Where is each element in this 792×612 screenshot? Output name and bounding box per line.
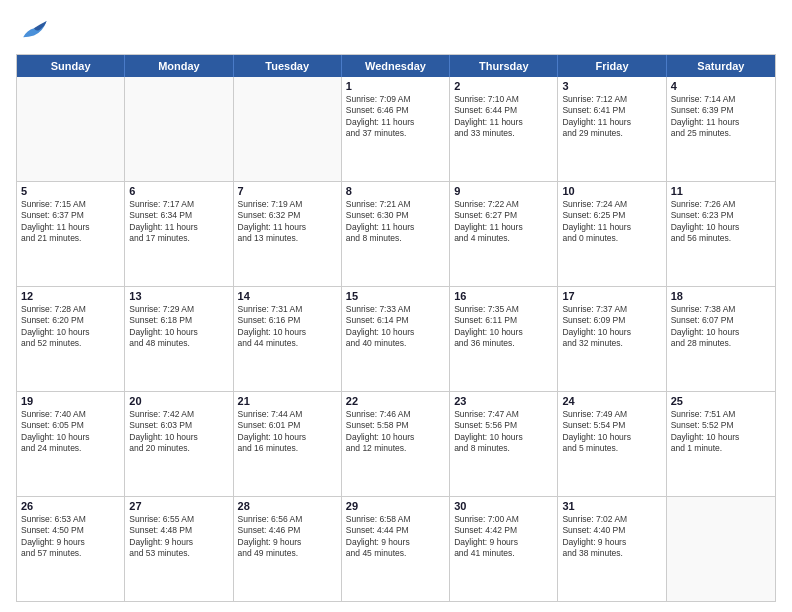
day-number: 15	[346, 290, 445, 302]
calendar-row-3: 19Sunrise: 7:40 AM Sunset: 6:05 PM Dayli…	[17, 391, 775, 496]
empty-cell-0-2	[234, 77, 342, 181]
day-cell-24: 24Sunrise: 7:49 AM Sunset: 5:54 PM Dayli…	[558, 392, 666, 496]
day-cell-31: 31Sunrise: 7:02 AM Sunset: 4:40 PM Dayli…	[558, 497, 666, 601]
calendar-row-4: 26Sunrise: 6:53 AM Sunset: 4:50 PM Dayli…	[17, 496, 775, 601]
day-number: 16	[454, 290, 553, 302]
weekday-header-thursday: Thursday	[450, 55, 558, 77]
day-cell-29: 29Sunrise: 6:58 AM Sunset: 4:44 PM Dayli…	[342, 497, 450, 601]
calendar-row-1: 5Sunrise: 7:15 AM Sunset: 6:37 PM Daylig…	[17, 181, 775, 286]
day-info: Sunrise: 7:35 AM Sunset: 6:11 PM Dayligh…	[454, 304, 553, 350]
day-number: 5	[21, 185, 120, 197]
logo	[16, 12, 56, 48]
day-info: Sunrise: 7:26 AM Sunset: 6:23 PM Dayligh…	[671, 199, 771, 245]
day-cell-26: 26Sunrise: 6:53 AM Sunset: 4:50 PM Dayli…	[17, 497, 125, 601]
day-info: Sunrise: 7:46 AM Sunset: 5:58 PM Dayligh…	[346, 409, 445, 455]
empty-cell-0-0	[17, 77, 125, 181]
page: SundayMondayTuesdayWednesdayThursdayFrid…	[0, 0, 792, 612]
day-cell-4: 4Sunrise: 7:14 AM Sunset: 6:39 PM Daylig…	[667, 77, 775, 181]
day-info: Sunrise: 7:31 AM Sunset: 6:16 PM Dayligh…	[238, 304, 337, 350]
day-cell-9: 9Sunrise: 7:22 AM Sunset: 6:27 PM Daylig…	[450, 182, 558, 286]
day-info: Sunrise: 7:29 AM Sunset: 6:18 PM Dayligh…	[129, 304, 228, 350]
day-cell-12: 12Sunrise: 7:28 AM Sunset: 6:20 PM Dayli…	[17, 287, 125, 391]
day-info: Sunrise: 6:56 AM Sunset: 4:46 PM Dayligh…	[238, 514, 337, 560]
day-number: 4	[671, 80, 771, 92]
day-cell-5: 5Sunrise: 7:15 AM Sunset: 6:37 PM Daylig…	[17, 182, 125, 286]
day-number: 10	[562, 185, 661, 197]
day-info: Sunrise: 7:10 AM Sunset: 6:44 PM Dayligh…	[454, 94, 553, 140]
day-cell-2: 2Sunrise: 7:10 AM Sunset: 6:44 PM Daylig…	[450, 77, 558, 181]
day-number: 23	[454, 395, 553, 407]
day-info: Sunrise: 7:09 AM Sunset: 6:46 PM Dayligh…	[346, 94, 445, 140]
day-number: 19	[21, 395, 120, 407]
day-number: 8	[346, 185, 445, 197]
day-info: Sunrise: 7:24 AM Sunset: 6:25 PM Dayligh…	[562, 199, 661, 245]
day-info: Sunrise: 7:38 AM Sunset: 6:07 PM Dayligh…	[671, 304, 771, 350]
day-number: 1	[346, 80, 445, 92]
weekday-header-monday: Monday	[125, 55, 233, 77]
day-number: 3	[562, 80, 661, 92]
weekday-header-saturday: Saturday	[667, 55, 775, 77]
day-info: Sunrise: 7:22 AM Sunset: 6:27 PM Dayligh…	[454, 199, 553, 245]
day-cell-3: 3Sunrise: 7:12 AM Sunset: 6:41 PM Daylig…	[558, 77, 666, 181]
day-info: Sunrise: 7:33 AM Sunset: 6:14 PM Dayligh…	[346, 304, 445, 350]
day-info: Sunrise: 7:14 AM Sunset: 6:39 PM Dayligh…	[671, 94, 771, 140]
day-cell-16: 16Sunrise: 7:35 AM Sunset: 6:11 PM Dayli…	[450, 287, 558, 391]
day-cell-19: 19Sunrise: 7:40 AM Sunset: 6:05 PM Dayli…	[17, 392, 125, 496]
day-info: Sunrise: 7:17 AM Sunset: 6:34 PM Dayligh…	[129, 199, 228, 245]
day-info: Sunrise: 7:44 AM Sunset: 6:01 PM Dayligh…	[238, 409, 337, 455]
day-cell-21: 21Sunrise: 7:44 AM Sunset: 6:01 PM Dayli…	[234, 392, 342, 496]
day-number: 7	[238, 185, 337, 197]
day-info: Sunrise: 7:51 AM Sunset: 5:52 PM Dayligh…	[671, 409, 771, 455]
day-info: Sunrise: 7:28 AM Sunset: 6:20 PM Dayligh…	[21, 304, 120, 350]
empty-cell-0-1	[125, 77, 233, 181]
day-info: Sunrise: 7:42 AM Sunset: 6:03 PM Dayligh…	[129, 409, 228, 455]
day-number: 13	[129, 290, 228, 302]
day-cell-15: 15Sunrise: 7:33 AM Sunset: 6:14 PM Dayli…	[342, 287, 450, 391]
day-info: Sunrise: 7:47 AM Sunset: 5:56 PM Dayligh…	[454, 409, 553, 455]
day-cell-10: 10Sunrise: 7:24 AM Sunset: 6:25 PM Dayli…	[558, 182, 666, 286]
weekday-header-tuesday: Tuesday	[234, 55, 342, 77]
day-number: 27	[129, 500, 228, 512]
logo-icon	[16, 12, 52, 48]
day-number: 24	[562, 395, 661, 407]
day-cell-1: 1Sunrise: 7:09 AM Sunset: 6:46 PM Daylig…	[342, 77, 450, 181]
day-number: 29	[346, 500, 445, 512]
day-info: Sunrise: 7:49 AM Sunset: 5:54 PM Dayligh…	[562, 409, 661, 455]
day-info: Sunrise: 7:15 AM Sunset: 6:37 PM Dayligh…	[21, 199, 120, 245]
day-cell-22: 22Sunrise: 7:46 AM Sunset: 5:58 PM Dayli…	[342, 392, 450, 496]
header	[16, 12, 776, 48]
day-number: 30	[454, 500, 553, 512]
day-number: 12	[21, 290, 120, 302]
day-number: 9	[454, 185, 553, 197]
day-cell-20: 20Sunrise: 7:42 AM Sunset: 6:03 PM Dayli…	[125, 392, 233, 496]
calendar-body: 1Sunrise: 7:09 AM Sunset: 6:46 PM Daylig…	[17, 77, 775, 601]
day-number: 20	[129, 395, 228, 407]
empty-cell-4-6	[667, 497, 775, 601]
day-number: 26	[21, 500, 120, 512]
calendar-row-2: 12Sunrise: 7:28 AM Sunset: 6:20 PM Dayli…	[17, 286, 775, 391]
weekday-header-wednesday: Wednesday	[342, 55, 450, 77]
day-number: 18	[671, 290, 771, 302]
day-cell-8: 8Sunrise: 7:21 AM Sunset: 6:30 PM Daylig…	[342, 182, 450, 286]
day-cell-13: 13Sunrise: 7:29 AM Sunset: 6:18 PM Dayli…	[125, 287, 233, 391]
day-number: 28	[238, 500, 337, 512]
day-number: 22	[346, 395, 445, 407]
day-number: 17	[562, 290, 661, 302]
day-cell-11: 11Sunrise: 7:26 AM Sunset: 6:23 PM Dayli…	[667, 182, 775, 286]
weekday-header-friday: Friday	[558, 55, 666, 77]
calendar-header: SundayMondayTuesdayWednesdayThursdayFrid…	[17, 55, 775, 77]
day-cell-18: 18Sunrise: 7:38 AM Sunset: 6:07 PM Dayli…	[667, 287, 775, 391]
day-info: Sunrise: 6:58 AM Sunset: 4:44 PM Dayligh…	[346, 514, 445, 560]
day-number: 6	[129, 185, 228, 197]
day-cell-30: 30Sunrise: 7:00 AM Sunset: 4:42 PM Dayli…	[450, 497, 558, 601]
day-cell-28: 28Sunrise: 6:56 AM Sunset: 4:46 PM Dayli…	[234, 497, 342, 601]
calendar: SundayMondayTuesdayWednesdayThursdayFrid…	[16, 54, 776, 602]
day-number: 2	[454, 80, 553, 92]
day-info: Sunrise: 7:40 AM Sunset: 6:05 PM Dayligh…	[21, 409, 120, 455]
day-cell-25: 25Sunrise: 7:51 AM Sunset: 5:52 PM Dayli…	[667, 392, 775, 496]
day-cell-23: 23Sunrise: 7:47 AM Sunset: 5:56 PM Dayli…	[450, 392, 558, 496]
weekday-header-sunday: Sunday	[17, 55, 125, 77]
day-info: Sunrise: 6:55 AM Sunset: 4:48 PM Dayligh…	[129, 514, 228, 560]
day-cell-17: 17Sunrise: 7:37 AM Sunset: 6:09 PM Dayli…	[558, 287, 666, 391]
day-info: Sunrise: 7:19 AM Sunset: 6:32 PM Dayligh…	[238, 199, 337, 245]
